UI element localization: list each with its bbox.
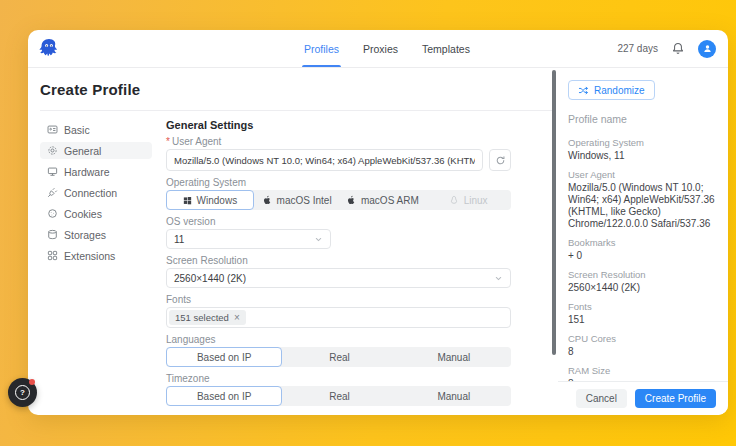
languages-label: Languages [166, 334, 511, 345]
summary-footer: Cancel Create Profile [558, 381, 728, 415]
create-profile-button[interactable]: Create Profile [635, 389, 716, 408]
user-avatar[interactable] [698, 40, 716, 58]
summary-value: Mozilla/5.0 (Windows NT 10.0; Win64; x64… [568, 182, 716, 230]
refresh-icon [495, 155, 506, 166]
summary-field-cpu-cores: CPU Cores 8 [568, 333, 716, 358]
summary-field-operating-system: Operating System Windows, 11 [568, 137, 716, 162]
cancel-button[interactable]: Cancel [576, 389, 627, 408]
sidebar-item-label: Cookies [64, 208, 102, 220]
settings-sidebar: Basic General Hardware Connection Cookie… [40, 119, 152, 412]
sidebar-item-connection[interactable]: Connection [40, 184, 152, 201]
sidebar-item-label: Storages [64, 229, 106, 241]
timezone-option-manual[interactable]: Manual [397, 386, 511, 406]
os-version-select[interactable]: 11 [166, 229, 331, 249]
os-version-group: OS version 11 [166, 216, 511, 249]
general-settings-form: General Settings *User Agent Operating S… [166, 119, 511, 412]
tab-proxies[interactable]: Proxies [363, 30, 398, 67]
subscription-days-label: 227 days [617, 43, 658, 54]
screen-resolution-select[interactable]: 2560×1440 (2K) [166, 268, 511, 288]
notification-dot [29, 379, 35, 385]
fonts-group: Fonts 151 selected × [166, 294, 511, 328]
summary-label: Bookmarks [568, 237, 716, 248]
notifications-bell-icon[interactable] [671, 41, 685, 56]
os-option-macos-intel[interactable]: macOS Intel [254, 190, 340, 210]
summary-field-user-agent: User Agent Mozilla/5.0 (Windows NT 10.0;… [568, 169, 716, 230]
linux-icon [449, 195, 459, 205]
os-option-linux: Linux [425, 190, 511, 210]
sidebar-item-label: Extensions [64, 250, 115, 262]
summary-field-ram-size: RAM Size 8 [568, 365, 716, 381]
app-window: Profiles Proxies Templates 227 days Crea… [28, 30, 728, 415]
sidebar-item-label: Connection [64, 187, 117, 199]
profile-name-input[interactable] [568, 113, 716, 125]
sidebar-item-hardware[interactable]: Hardware [40, 163, 152, 180]
summary-value: 2560×1440 (2K) [568, 282, 716, 294]
os-option-windows[interactable]: Windows [166, 190, 254, 210]
sidebar-item-general[interactable]: General [40, 142, 152, 159]
summary-label: User Agent [568, 169, 716, 180]
apple-icon [262, 195, 272, 205]
page-title: Create Profile [40, 81, 555, 98]
screen-resolution-value: 2560×1440 (2K) [174, 273, 246, 284]
user-agent-group: *User Agent [166, 136, 511, 171]
title-divider [40, 110, 553, 111]
summary-label: CPU Cores [568, 333, 716, 344]
question-mark-icon: ? [15, 385, 30, 400]
user-agent-input[interactable] [166, 149, 483, 171]
scrollbar-thumb[interactable] [552, 70, 556, 355]
os-version-label: OS version [166, 216, 511, 227]
timezone-group: Timezone Based on IP Real Manual [166, 373, 511, 406]
summary-field-fonts: Fonts 151 [568, 301, 716, 326]
summary-value: + 0 [568, 250, 716, 262]
screen-resolution-group: Screen Resolution 2560×1440 (2K) [166, 255, 511, 288]
remove-fonts-tag-icon[interactable]: × [234, 313, 240, 323]
apple-icon [346, 195, 356, 205]
help-button[interactable]: ? [8, 378, 37, 407]
sidebar-item-extensions[interactable]: Extensions [40, 247, 152, 264]
sidebar-item-basic[interactable]: Basic [40, 121, 152, 138]
summary-value: 8 [568, 346, 716, 358]
sidebar-item-cookies[interactable]: Cookies [40, 205, 152, 222]
gear-icon [47, 145, 58, 156]
tab-profiles[interactable]: Profiles [304, 30, 339, 67]
main-content: Create Profile Basic General Hardware [28, 68, 555, 415]
chevron-down-icon [314, 235, 323, 244]
summary-scroll-area: Randomize Operating System Windows, 11 U… [558, 68, 728, 381]
summary-value: 151 [568, 314, 716, 326]
section-title: General Settings [166, 119, 511, 131]
timezone-label: Timezone [166, 373, 511, 384]
summary-field-screen-resolution: Screen Resolution 2560×1440 (2K) [568, 269, 716, 294]
os-option-macos-arm[interactable]: macOS ARM [340, 190, 426, 210]
profile-summary-panel: Randomize Operating System Windows, 11 U… [558, 68, 728, 415]
sidebar-item-storages[interactable]: Storages [40, 226, 152, 243]
summary-label: RAM Size [568, 365, 716, 376]
sidebar-item-label: Basic [64, 124, 90, 136]
randomize-button[interactable]: Randomize [568, 80, 655, 100]
timezone-option-based-on-ip[interactable]: Based on IP [166, 386, 282, 406]
plug-icon [47, 187, 58, 198]
shuffle-icon [578, 85, 589, 96]
refresh-user-agent-button[interactable] [489, 149, 511, 171]
languages-group: Languages Based on IP Real Manual [166, 334, 511, 367]
languages-option-based-on-ip[interactable]: Based on IP [166, 347, 282, 367]
fonts-field[interactable]: 151 selected × [166, 307, 511, 328]
summary-field-bookmarks: Bookmarks + 0 [568, 237, 716, 262]
timezone-option-real[interactable]: Real [282, 386, 396, 406]
top-navigation-bar: Profiles Proxies Templates 227 days [28, 30, 728, 68]
sidebar-item-label: Hardware [64, 166, 110, 178]
chevron-down-icon [494, 274, 503, 283]
windows-icon [183, 196, 192, 205]
operating-system-group: Operating System Windows macOS Intel [166, 177, 511, 210]
languages-option-real[interactable]: Real [282, 347, 396, 367]
id-card-icon [47, 124, 58, 135]
languages-segmented: Based on IP Real Manual [166, 347, 511, 367]
os-version-value: 11 [174, 234, 184, 245]
fonts-label: Fonts [166, 294, 511, 305]
operating-system-segmented: Windows macOS Intel macOS ARM Linux [166, 190, 511, 210]
languages-option-manual[interactable]: Manual [397, 347, 511, 367]
summary-label: Operating System [568, 137, 716, 148]
required-marker: * [166, 136, 170, 147]
grid-icon [47, 250, 58, 261]
cookie-icon [47, 208, 58, 219]
tab-templates[interactable]: Templates [422, 30, 470, 67]
